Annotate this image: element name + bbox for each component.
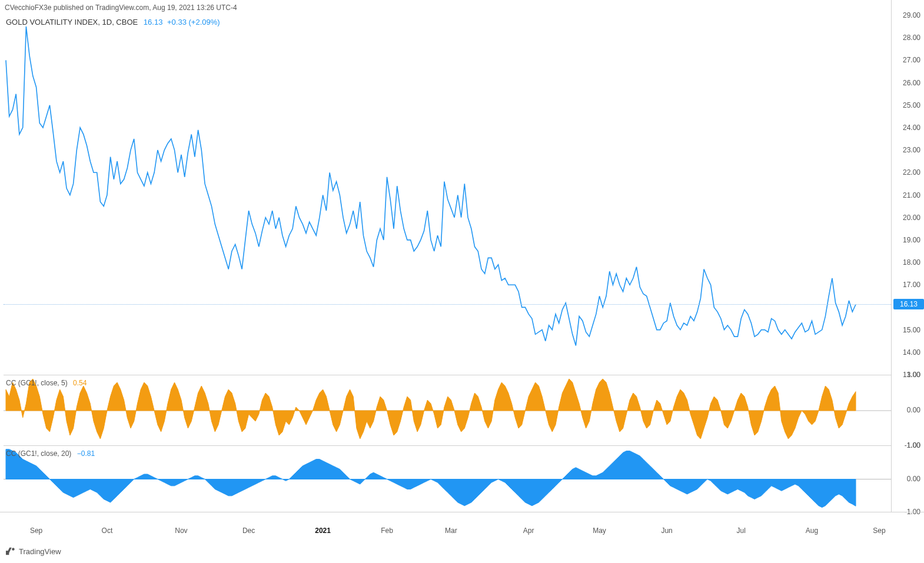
last-price-line	[4, 304, 891, 305]
x-tick-label: Oct	[102, 527, 113, 535]
y-tick-label: 29.00	[903, 11, 920, 19]
y-tick-label: 19.00	[903, 236, 920, 244]
x-tick-label: Nov	[175, 527, 187, 535]
y-tick-label: 17.00	[903, 281, 920, 289]
y-tick-label: 14.00	[903, 348, 920, 357]
svg-rect-3	[6, 551, 9, 555]
y-tick-label: 25.00	[903, 101, 920, 109]
y-tick-label: 26.00	[903, 79, 920, 87]
x-tick-label: Sep	[873, 527, 885, 535]
x-tick-label: Feb	[381, 527, 393, 535]
main-price-panel[interactable]	[4, 15, 891, 375]
y-tick-label: 1.00	[907, 441, 920, 449]
publish-meta: CVecchioFX3e published on TradingView.co…	[5, 4, 237, 12]
y-tick-label: 18.00	[903, 258, 920, 266]
x-tick-label: 2021	[315, 527, 331, 535]
y-tick-label: 22.00	[903, 168, 920, 176]
x-tick-label: Aug	[806, 527, 818, 535]
cc5-value: 0.54	[73, 379, 87, 387]
y-tick-label: 27.00	[903, 56, 920, 64]
cc20-value: −0.81	[77, 449, 95, 458]
y-tick-label: 1.00	[907, 371, 920, 379]
cc5-svg	[4, 375, 891, 446]
y-tick-label: 20.00	[903, 214, 920, 222]
watermark-text: TradingView	[19, 547, 61, 556]
cc20-label: CC (GC1!, close, 20) −0.81	[6, 449, 95, 458]
cc20-svg	[4, 446, 891, 512]
x-axis-separator	[0, 512, 924, 512]
x-tick-label: Mar	[445, 527, 457, 535]
y-tick-label: 28.00	[903, 34, 920, 42]
x-tick-label: Apr	[523, 527, 534, 535]
cc5-label: CC (GC1!, close, 5) 0.54	[6, 379, 87, 387]
y-tick-label: 0.00	[907, 475, 920, 483]
y-tick-label: 23.00	[903, 146, 920, 154]
svg-point-2	[12, 548, 14, 550]
price-line-svg	[4, 15, 891, 375]
cc5-label-text: CC (GC1!, close, 5)	[6, 379, 68, 387]
x-tick-label: Sep	[30, 527, 42, 535]
y-tick-label: 0.00	[907, 406, 920, 414]
x-axis[interactable]: SepOctNovDec2021FebMarAprMayJunJulAugSep	[0, 525, 891, 538]
x-tick-label: May	[593, 527, 606, 535]
price-axis-tag: 16.13	[893, 299, 924, 309]
y-tick-label: 15.00	[903, 326, 920, 334]
y-tick-label: 24.00	[903, 124, 920, 132]
y-tick-label: 21.00	[903, 191, 920, 199]
y-axis[interactable]: 29.0028.0027.0026.0025.0024.0023.0022.00…	[891, 0, 924, 512]
cc20-label-text: CC (GC1!, close, 20)	[6, 449, 71, 458]
tradingview-logo-icon	[6, 547, 15, 556]
x-tick-label: Jul	[737, 527, 746, 535]
cc5-panel[interactable]	[4, 375, 891, 445]
x-tick-label: Dec	[242, 527, 255, 535]
tradingview-watermark: TradingView	[6, 547, 61, 556]
cc20-panel[interactable]	[4, 445, 891, 512]
chart-root: CVecchioFX3e published on TradingView.co…	[0, 0, 924, 563]
x-tick-label: Jun	[661, 527, 672, 535]
